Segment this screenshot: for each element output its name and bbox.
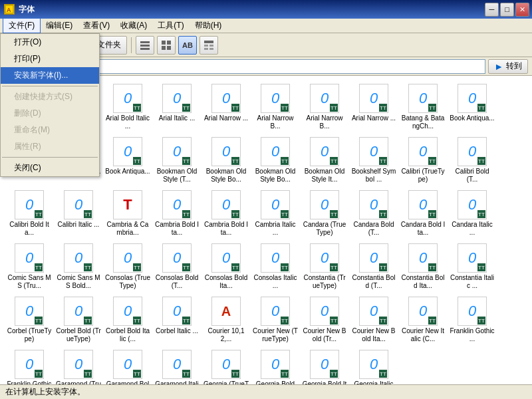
menu-install-font[interactable]: 安装新字体(I)... [1,67,99,84]
font-item[interactable]: 0 TT Bookman Old Style Bo... [202,134,250,186]
font-item[interactable]: 0 TT Comic Sans MS Bold... [55,241,102,293]
font-item[interactable]: 0 TT Candara Italic ... [448,188,496,239]
menu-favorites[interactable]: 收藏(A) [115,19,152,33]
font-item[interactable]: 0 TT Candara Bold Ita... [399,188,447,239]
font-item[interactable]: 0 TT Consolas Bold Ita... [202,241,250,293]
font-item[interactable]: 0 TT Courier New Bold (Tr... [301,294,348,346]
font-item[interactable]: 0 TT Candara (TrueType) [301,188,348,239]
font-icon-box: 0 TT [211,137,241,166]
font-item[interactable]: 0 TT Cambria Bold Ita... [153,188,201,239]
font-item[interactable]: 0 TT Calibri Bold Ita... [5,188,53,239]
font-item[interactable]: T Cambria & Cambria... [104,188,152,239]
font-item[interactable]: 0 TT Arial Narrow B... [251,81,299,133]
font-icon-box: 0 TT [261,243,290,273]
font-item[interactable]: 0 TT Comic Sans MS (Tru... [5,241,53,293]
font-item[interactable]: 0 TT Cambria Bold Ita... [202,188,250,239]
font-item[interactable]: 0 TT Garamond Italic ... [153,347,201,384]
font-type-corner: TT [281,104,289,112]
font-name-label: Consolas Italic ... [253,274,298,290]
minimize-button[interactable]: ─ [485,3,499,17]
font-item[interactable]: A Courier 10,12,... [202,294,250,346]
font-item[interactable]: 0 TT Cambria Italic ... [251,188,299,239]
font-item[interactable]: 0 TT Arial Italic ... [153,81,201,133]
font-name-label: Consolas (TrueType) [105,274,150,290]
menu-file[interactable]: 文件(F) [3,18,41,33]
font-type-corner: TT [182,210,190,218]
font-item[interactable]: 0 TT Georgia (TrueType) [202,347,250,384]
font-icon-box: 0 TT [162,243,192,273]
font-item[interactable]: 0 TT Book Antiqua... [448,81,496,133]
font-item[interactable]: 0 TT Candara Bold (T... [350,188,398,239]
font-item[interactable]: 0 TT Georgia Italic ... [350,347,398,384]
font-o-icon: 0 [468,143,476,160]
font-item[interactable]: 0 TT Corbel Bold Italic (... [104,294,152,346]
font-type-corner: TT [35,263,43,271]
font-item[interactable]: 0 TT Arial Narrow ... [350,81,398,133]
font-item[interactable]: 0 TT Corbel Italic ... [153,294,201,346]
close-button[interactable]: ✕ [515,3,529,17]
font-name-label: Arial Narrow ... [204,114,248,122]
font-item[interactable]: 0 TT Corbel (TrueType) [5,294,53,346]
font-item[interactable]: 0 TT Book Antiqua... [104,134,152,186]
font-item[interactable]: 0 TT Courier New Bold Ita... [350,294,398,346]
menu-edit[interactable]: 编辑(E) [41,19,78,33]
font-item[interactable]: 0 TT Franklin Gothic ... [448,294,496,346]
menu-open[interactable]: 打开(O) [1,34,99,51]
font-o-icon: 0 [370,303,378,320]
font-icon-box: 0 TT [261,137,290,166]
view-grid-button[interactable] [157,36,176,55]
font-item[interactable]: 0 TT Garamond Bold (T... [104,347,152,384]
font-o-icon: 0 [468,303,476,320]
font-item[interactable]: 0 TT Consolas Italic ... [251,241,299,293]
font-item[interactable]: 0 TT Georgia Bold Ita... [301,347,348,384]
font-item[interactable]: 0 TT Bookman Old Style (T... [153,134,201,186]
font-name-label: Book Antiqua... [105,168,150,176]
menu-help[interactable]: 帮助(H) [190,19,227,33]
font-item[interactable]: 0 TT Calibri Bold (T... [448,134,496,186]
font-item[interactable]: 0 TT Corbel Bold (TrueType) [55,294,102,346]
go-arrow-icon: ► [494,61,503,72]
svg-text:A: A [7,7,11,13]
font-item[interactable]: 0 TT Consolas (TrueType) [104,241,152,293]
menu-tools[interactable]: 工具(T) [152,19,189,33]
maximize-button[interactable]: □ [500,3,514,17]
font-name-label: Garamond Bold (T... [105,380,150,384]
go-button[interactable]: ► 转到 [488,59,528,74]
font-item[interactable]: 0 TT Calibri Italic ... [55,188,102,239]
font-o-icon: 0 [370,249,378,267]
font-icon-box: 0 TT [310,243,339,273]
font-item[interactable]: 0 TT Batang & BatangCh... [399,81,447,133]
menu-close[interactable]: 关闭(C) [1,160,99,176]
menu-view[interactable]: 查看(V) [78,19,115,33]
font-item[interactable]: 0 TT Courier New (TrueType) [251,294,299,346]
font-item[interactable]: 0 TT Georgia Bold (T... [251,347,299,384]
view-list-button[interactable] [136,36,154,55]
view-table-button[interactable] [200,36,218,55]
font-item[interactable]: 0 TT Bookman Old Style Bo... [251,134,299,186]
font-item[interactable]: 0 TT Constantia Bold Ita... [399,241,447,293]
font-type-corner: TT [35,317,43,325]
font-icon-box: 0 TT [211,84,241,113]
menu-print[interactable]: 打印(P) [1,51,99,67]
font-name-label: Courier New Bold (Tr... [302,327,347,343]
font-item[interactable]: 0 TT Garamond (TrueType) [55,347,102,384]
font-item[interactable]: 0 TT Arial Narrow B... [301,81,348,133]
font-icon-box: 0 TT [113,297,142,326]
font-name-label: Arial Narrow B... [302,114,347,130]
font-item[interactable]: 0 TT Courier New Italic (C... [399,294,447,346]
font-o-icon: 0 [468,196,476,213]
font-item[interactable]: 0 TT Consolas Bold (T... [153,241,201,293]
font-item[interactable]: 0 TT Calibri (TrueType) [399,134,447,186]
font-item[interactable]: 0 TT Franklin Gothic ... [5,347,53,384]
view-details-button[interactable]: AB [178,36,197,55]
font-item[interactable]: 0 TT Arial Bold Italic ... [104,81,152,133]
app-icon: A [4,4,15,15]
font-item[interactable]: 0 TT Arial Narrow ... [202,81,250,133]
font-item[interactable]: 0 TT Bookshelf Symbol ... [350,134,398,186]
font-icon-box: 0 TT [359,190,388,219]
font-item[interactable]: 0 TT Constantia Italic ... [448,241,496,293]
font-item[interactable]: 0 TT Bookman Old Style It... [301,134,348,186]
font-item[interactable]: 0 TT Constantia Bold (T... [350,241,398,293]
font-item[interactable]: 0 TT Constantia (TrueType) [301,241,348,293]
font-name-label: Calibri Italic ... [58,221,100,229]
